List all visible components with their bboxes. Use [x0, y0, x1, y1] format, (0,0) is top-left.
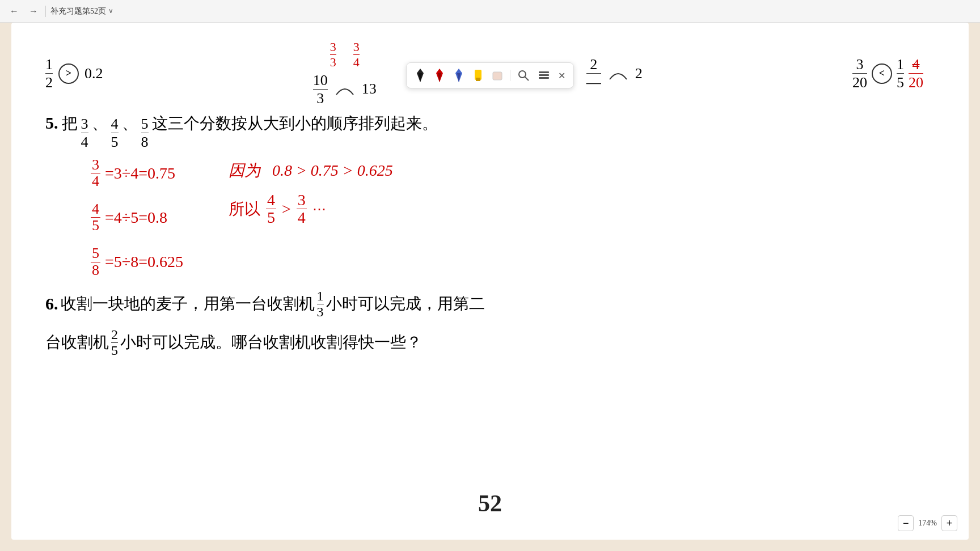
- hw-eq3: =5÷8=0.625: [105, 253, 183, 271]
- compare-circle-1: >: [58, 63, 79, 84]
- q6-frac1: 1 3: [317, 289, 324, 319]
- svg-rect-11: [539, 71, 549, 73]
- hw-frac-result-4-5: 4 5: [266, 192, 276, 227]
- q5-work-line1: 3 4 =3÷4=0.75: [91, 157, 183, 190]
- question-5-header: 5. 把 3 4 、 4 5 、 5 8 这三个分数按从大到小的顺序排列起来。: [45, 113, 935, 151]
- page-title: 补充习题第52页: [50, 6, 106, 16]
- q6-line2: 台收割机 2 5 小时可以完成。哪台收割机收割得快一些？: [45, 327, 935, 358]
- q5-desc: 这三个分数按从大到小的顺序排列起来。: [152, 113, 438, 134]
- svg-rect-7: [476, 78, 480, 81]
- q5-sep2: 、: [122, 113, 138, 134]
- svg-point-9: [519, 71, 526, 78]
- because-inequality: 0.8 > 0.75 > 0.625: [264, 162, 393, 179]
- hw-frac-3-4: 3 4: [91, 157, 100, 190]
- red-annotation-3-4: 3 4: [353, 40, 360, 70]
- svg-rect-12: [539, 74, 549, 76]
- question-6: 6. 收割一块地的麦子，用第一台收割机 1 3 小时可以完成，用第二 台收割机 …: [45, 287, 935, 358]
- svg-line-10: [525, 77, 529, 80]
- forward-button[interactable]: →: [26, 4, 41, 19]
- top-bar: ← → 补充习题第52页 ∨: [0, 0, 980, 23]
- red-annotation-3-3: 3 3: [330, 40, 336, 70]
- q5-work-area: 3 4 =3÷4=0.75 4 5 =4÷5=0.8 5: [91, 157, 935, 279]
- black-pen-tool[interactable]: [413, 66, 427, 84]
- value-2: 2: [635, 65, 643, 82]
- q6-frac2: 2 5: [111, 327, 118, 358]
- page-content: 1 2 > 0.2 3 3 3 4: [11, 23, 969, 540]
- hw-frac-result-3-4: 3 4: [297, 192, 307, 227]
- yellow-highlighter-tool[interactable]: [471, 66, 485, 84]
- svg-rect-8: [493, 72, 502, 80]
- toolbar-divider: [510, 70, 510, 81]
- page-number: 52: [478, 490, 502, 517]
- value-13: 13: [362, 80, 377, 98]
- red-pen-tool[interactable]: [433, 66, 446, 84]
- q5-work-line3: 5 8 =5÷8=0.625: [91, 245, 183, 278]
- comparison-left: 1 2 > 0.2: [45, 56, 103, 91]
- search-tool[interactable]: [516, 68, 531, 83]
- hw-frac-5-8: 5 8: [91, 245, 100, 278]
- q5-frac2: 4 5: [111, 115, 119, 151]
- blue-pen-tool[interactable]: [452, 66, 466, 84]
- q5-left-work: 3 4 =3÷4=0.75 4 5 =4÷5=0.8 5: [91, 157, 183, 279]
- therefore-gt: >: [282, 200, 291, 218]
- fraction-10-3: 10 3: [313, 71, 328, 107]
- compare-circle-right: <: [872, 63, 892, 84]
- fraction-1-5: 1 5: [897, 56, 904, 91]
- q6-text2-cont: 小时可以完成。哪台收割机收割得快一些？: [120, 327, 422, 358]
- close-tool[interactable]: ✕: [557, 69, 567, 82]
- comparison-right-middle: 2 — 2: [586, 56, 643, 91]
- zoom-in-button[interactable]: +: [941, 515, 957, 531]
- q5-because: 因为 0.8 > 0.75 > 0.625: [229, 160, 393, 181]
- fraction-1-2: 1 2: [45, 56, 53, 91]
- q5-label: 5.: [45, 113, 58, 133]
- page-title-bar[interactable]: 补充习题第52页 ∨: [50, 6, 113, 16]
- eraser-tool[interactable]: [491, 66, 504, 84]
- arc-icon-right-mid: [607, 65, 630, 82]
- q5-right-work: 因为 0.8 > 0.75 > 0.625 所以 4 5 > 3 4 ⋯: [229, 160, 393, 279]
- fraction-3-20: 3 20: [852, 56, 867, 91]
- because-label: 因为: [229, 162, 260, 179]
- separator: [45, 6, 46, 17]
- hw-eq2: =4÷5=0.8: [105, 209, 167, 227]
- content-area: ✕ 1 2 > 0.2 3 3: [11, 23, 969, 540]
- therefore-continuation: ⋯: [312, 201, 326, 217]
- fraction-4-20-red: 4 20: [909, 56, 923, 91]
- q6-text1-cont: 小时可以完成，用第二: [326, 288, 485, 320]
- q5-sep1: 、: [92, 113, 108, 134]
- q5-frac3: 5 8: [141, 115, 149, 151]
- q6-line1: 6. 收割一块地的麦子，用第一台收割机 1 3 小时可以完成，用第二: [45, 287, 935, 321]
- q6-label: 6.: [45, 287, 58, 321]
- comparison-far-right: 3 20 < 1 5 4 20: [852, 56, 923, 91]
- q5-work-line2: 4 5 =4÷5=0.8: [91, 201, 183, 234]
- zoom-level: 174%: [918, 519, 937, 528]
- comparison-middle: 3 3 3 4 10 3 13: [313, 40, 377, 107]
- chevron-down-icon: ∨: [108, 7, 113, 15]
- list-tool[interactable]: [537, 68, 551, 83]
- hw-eq1: =3÷4=0.75: [105, 164, 175, 183]
- back-button[interactable]: ←: [7, 4, 22, 19]
- svg-rect-13: [539, 77, 549, 79]
- q5-frac1: 3 4: [81, 115, 88, 151]
- zoom-controls: − 174% +: [898, 515, 957, 531]
- q5-therefore: 所以 4 5 > 3 4 ⋯: [229, 192, 393, 227]
- therefore-label: 所以: [229, 198, 260, 220]
- arc-icon-middle: [333, 80, 356, 98]
- q6-text1: 收割一块地的麦子，用第一台收割机: [61, 288, 315, 320]
- pen-toolbar: ✕: [406, 62, 574, 88]
- zoom-out-button[interactable]: −: [898, 515, 914, 531]
- hw-frac-4-5: 4 5: [91, 201, 100, 234]
- q5-text: 把: [62, 113, 78, 134]
- value-0.2: 0.2: [85, 65, 103, 82]
- fraction-2: 2 —: [586, 56, 601, 91]
- q6-text2-prefix: 台收割机: [45, 327, 109, 358]
